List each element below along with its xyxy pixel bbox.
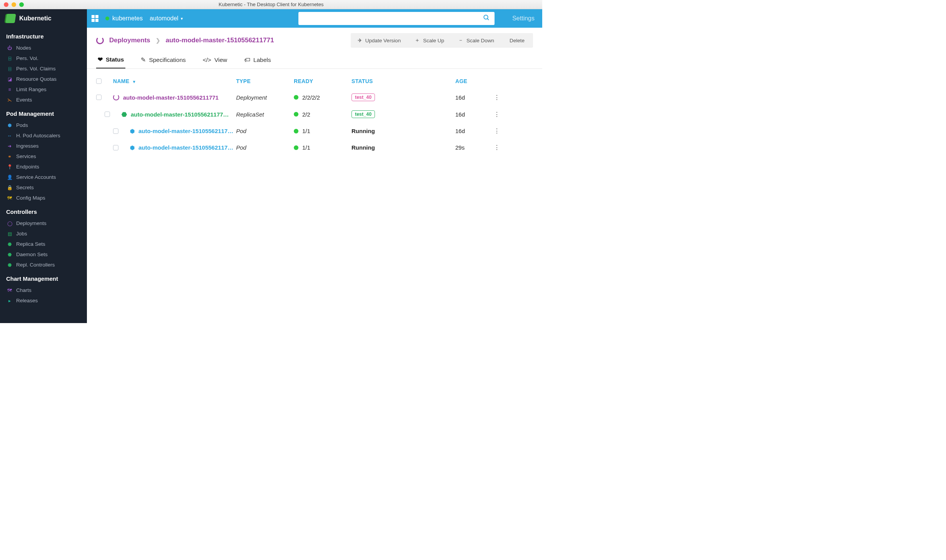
- plus-icon: ＋: [415, 37, 420, 44]
- row-menu-button[interactable]: ⋮: [494, 144, 509, 151]
- resource-quotas-icon: ◪: [7, 77, 12, 82]
- services-icon: ⚭: [7, 154, 12, 159]
- sidebar-item-config-maps[interactable]: 🗺Config Maps: [0, 193, 87, 203]
- sidebar-item-ingresses[interactable]: ➜Ingresses: [0, 141, 87, 151]
- deployment-spinner-icon: [96, 37, 104, 44]
- context-selector[interactable]: kubernetes: [105, 15, 143, 22]
- sidebar-item-releases[interactable]: ▸Releases: [0, 295, 87, 306]
- resource-ready: 1/1: [294, 128, 351, 134]
- sidebar-item-endpoints[interactable]: 📍Endpoints: [0, 162, 87, 172]
- sidebar-item-label: Repl. Controllers: [16, 262, 55, 268]
- tab-view-label: View: [214, 57, 227, 63]
- resource-name[interactable]: ⬢ auto-model-master-15105562117…: [113, 128, 236, 134]
- traffic-lights: [4, 2, 24, 7]
- tab-labels[interactable]: 🏷 Labels: [243, 52, 273, 68]
- h-pod-autoscalers-icon: ↔: [7, 133, 12, 138]
- sidebar-item-daemon-sets[interactable]: ⬣Daemon Sets: [0, 249, 87, 260]
- resource-name-link[interactable]: auto-model-master-15105562117…: [138, 144, 233, 151]
- resource-name[interactable]: ⬣ auto-model-master-151055621177…: [113, 111, 236, 118]
- jobs-icon: ▤: [7, 231, 12, 237]
- resource-age: 16d: [455, 128, 494, 134]
- sidebar-item-services[interactable]: ⚭Services: [0, 151, 87, 162]
- sidebar-item-label: Pers. Vol. Claims: [16, 66, 56, 72]
- sidebar-item-deployments[interactable]: ◯Deployments: [0, 218, 87, 228]
- scale-up-button[interactable]: ＋ Scale Up: [408, 33, 451, 48]
- tab-status[interactable]: ❤ Status: [96, 52, 125, 68]
- delete-button[interactable]: Delete: [501, 33, 533, 48]
- sidebar: Kubernetic Infrastructure⏻Nodes⌸Pers. Vo…: [0, 9, 87, 323]
- deployment-icon: [113, 94, 119, 100]
- breadcrumb-current[interactable]: auto-model-master-1510556211771: [166, 37, 274, 44]
- row-menu-button[interactable]: ⋮: [494, 94, 509, 101]
- settings-link[interactable]: Settings: [512, 15, 535, 22]
- resource-type: ReplicaSet: [236, 111, 294, 118]
- select-all-checkbox[interactable]: [96, 78, 102, 84]
- secrets-icon: 🔒: [7, 185, 12, 190]
- update-version-button[interactable]: ✈ Update Version: [351, 33, 408, 48]
- nodes-icon: ⏻: [7, 45, 12, 51]
- search-input[interactable]: [298, 12, 495, 25]
- limit-ranges-icon: ≡: [7, 87, 12, 92]
- resource-name[interactable]: auto-model-master-1510556211771: [113, 94, 236, 101]
- deployments-icon: ◯: [7, 221, 12, 226]
- breadcrumb-root[interactable]: Deployments: [109, 37, 150, 44]
- resource-name-link[interactable]: auto-model-master-1510556211771: [123, 94, 218, 101]
- sidebar-item-label: Pods: [16, 122, 28, 128]
- sidebar-item-label: Services: [16, 153, 36, 159]
- resource-type: Pod: [236, 144, 294, 151]
- col-name[interactable]: NAME: [113, 78, 236, 84]
- tab-labels-label: Labels: [253, 57, 271, 63]
- sidebar-item-service-accounts[interactable]: 👤Service Accounts: [0, 172, 87, 182]
- sidebar-item-nodes[interactable]: ⏻Nodes: [0, 43, 87, 53]
- resource-status: Running: [351, 128, 455, 134]
- col-age[interactable]: AGE: [455, 78, 494, 84]
- sidebar-item-charts[interactable]: 🗺Charts: [0, 285, 87, 295]
- sidebar-item-label: Daemon Sets: [16, 252, 48, 257]
- sidebar-item-label: Charts: [16, 287, 32, 293]
- sidebar-item-h-pod-autoscalers[interactable]: ↔H. Pod Autoscalers: [0, 130, 87, 141]
- row-checkbox[interactable]: [96, 95, 102, 100]
- sidebar-section-title: Pod Management: [0, 105, 87, 120]
- col-status[interactable]: STATUS: [351, 78, 455, 84]
- sidebar-item-replica-sets[interactable]: ⬣Replica Sets: [0, 239, 87, 249]
- sidebar-item-limit-ranges[interactable]: ≡Limit Ranges: [0, 84, 87, 95]
- status-text: Running: [351, 144, 375, 151]
- table-header: NAME TYPE READY STATUS AGE: [96, 72, 533, 89]
- sidebar-item-jobs[interactable]: ▤Jobs: [0, 228, 87, 239]
- sidebar-item-pers-vol-claims[interactable]: ⌸Pers. Vol. Claims: [0, 63, 87, 74]
- sidebar-item-secrets[interactable]: 🔒Secrets: [0, 182, 87, 193]
- sidebar-item-repl-controllers[interactable]: ⬣Repl. Controllers: [0, 260, 87, 270]
- status-text: Running: [351, 128, 375, 134]
- col-type[interactable]: TYPE: [236, 78, 294, 84]
- resource-age: 29s: [455, 144, 494, 151]
- sidebar-item-label: Limit Ranges: [16, 87, 47, 92]
- sidebar-item-events[interactable]: ⋋Events: [0, 95, 87, 105]
- resource-type: Deployment: [236, 94, 294, 101]
- row-menu-button[interactable]: ⋮: [494, 127, 509, 135]
- window-title: Kubernetic - The Desktop Client for Kube…: [219, 2, 324, 7]
- minimize-window-icon[interactable]: [12, 2, 16, 7]
- resource-name-link[interactable]: auto-model-master-151055621177…: [131, 111, 229, 118]
- sidebar-item-resource-quotas[interactable]: ◪Resource Quotas: [0, 74, 87, 84]
- sidebar-item-label: Jobs: [16, 231, 27, 237]
- sidebar-item-pods[interactable]: ⬢Pods: [0, 120, 87, 130]
- scale-down-button[interactable]: － Scale Down: [451, 33, 501, 48]
- pers-vol-claims-icon: ⌸: [7, 66, 12, 72]
- close-window-icon[interactable]: [4, 2, 8, 7]
- sidebar-section-title: Controllers: [0, 203, 87, 218]
- resource-name[interactable]: ⬢ auto-model-master-15105562117…: [113, 144, 236, 151]
- tab-view[interactable]: </> View: [201, 52, 229, 68]
- namespace-selector[interactable]: automodel ▾: [150, 15, 183, 22]
- apps-grid-icon[interactable]: [92, 15, 98, 22]
- sidebar-item-pers-vol-[interactable]: ⌸Pers. Vol.: [0, 53, 87, 63]
- row-menu-button[interactable]: ⋮: [494, 111, 509, 118]
- row-checkbox[interactable]: [105, 112, 110, 117]
- minus-icon: －: [458, 37, 463, 44]
- resource-name-link[interactable]: auto-model-master-15105562117…: [138, 128, 233, 134]
- tab-status-label: Status: [106, 56, 124, 63]
- tab-specifications[interactable]: ✎ Specifications: [139, 52, 187, 68]
- pod-icon: ⬢: [130, 128, 135, 134]
- sidebar-item-label: Replica Sets: [16, 241, 45, 247]
- maximize-window-icon[interactable]: [19, 2, 24, 7]
- col-ready[interactable]: READY: [294, 78, 351, 84]
